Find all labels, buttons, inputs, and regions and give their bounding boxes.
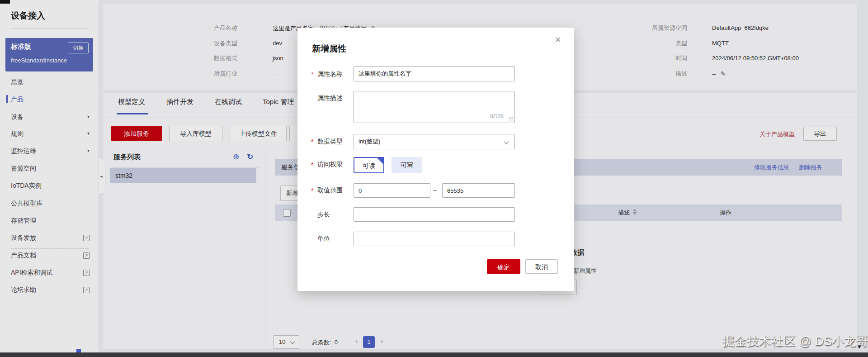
permission-writable-button[interactable]: 可写	[392, 157, 422, 173]
range-max-input[interactable]	[442, 183, 515, 198]
add-property-dialog: 新增属性 × * 属性名称 属性描述 0/128 * 数据类型 int(整型) …	[297, 28, 574, 291]
required-mark: *	[311, 138, 313, 145]
property-description-label: 属性描述	[317, 94, 343, 102]
step-input[interactable]	[354, 207, 515, 222]
range-min-input[interactable]	[354, 183, 430, 198]
close-icon[interactable]: ×	[555, 34, 561, 46]
watermark-triangle: ▾	[858, 343, 861, 351]
access-permission-label: 访问权限	[317, 161, 343, 169]
required-mark: *	[311, 71, 313, 78]
required-mark: *	[311, 187, 313, 194]
iot-device-access-page: 设备接入 标准版 切换 freeStandardInstance 总览 产品 设…	[0, 0, 868, 357]
cancel-button[interactable]: 取消	[525, 259, 558, 274]
confirm-button[interactable]: 确定	[487, 259, 520, 274]
data-type-select[interactable]: int(整型)	[354, 134, 515, 149]
required-mark: *	[311, 161, 313, 168]
dialog-title: 新增属性	[312, 43, 346, 55]
data-type-value: int(整型)	[359, 138, 380, 145]
char-counter: 0/128	[490, 113, 504, 119]
property-name-label: 属性名称	[317, 70, 343, 78]
chevron-down-icon	[504, 139, 509, 144]
unit-input[interactable]	[354, 232, 515, 246]
data-type-label: 数据类型	[317, 138, 343, 146]
watermark: 掘金技术社区 @ DS小龙哥	[722, 333, 868, 349]
check-icon: ✓	[380, 157, 383, 172]
permission-readable-button[interactable]: 可读✓	[354, 157, 384, 173]
step-label: 步长	[317, 211, 330, 219]
unit-label: 单位	[317, 235, 330, 243]
range-separator: –	[433, 186, 437, 193]
property-name-input[interactable]	[354, 66, 515, 81]
permission-readable-label: 可读	[363, 162, 375, 169]
textarea-resize-handle[interactable]	[509, 117, 514, 122]
bottom-bar	[0, 352, 868, 357]
value-range-label: 取值范围	[317, 186, 343, 195]
